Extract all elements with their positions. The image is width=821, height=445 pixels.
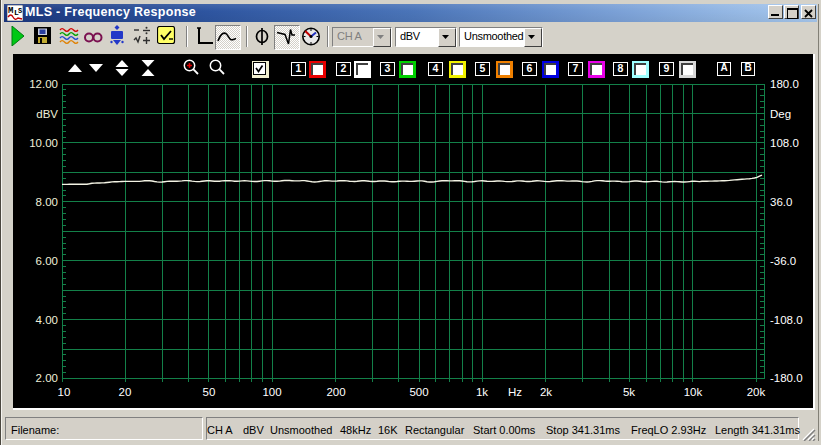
svg-text:dBV: dBV [36,108,58,120]
svg-text:20k: 20k [747,386,766,398]
svg-text:1k: 1k [476,386,488,398]
svg-text:-180.0: -180.0 [770,372,803,384]
svg-text:-108.0: -108.0 [770,314,803,326]
svg-text:2k: 2k [540,386,552,398]
svg-text:20: 20 [119,386,132,398]
svg-text:100: 100 [262,386,281,398]
svg-text:50: 50 [203,386,216,398]
svg-text:10.00: 10.00 [29,137,58,149]
svg-text:10k: 10k [684,386,703,398]
svg-text:108.0: 108.0 [770,137,799,149]
svg-text:Hz: Hz [508,386,522,398]
svg-text:-36.0: -36.0 [770,255,796,267]
svg-text:12.00: 12.00 [29,78,58,90]
svg-text:500: 500 [409,386,428,398]
svg-text:2.00: 2.00 [36,372,58,384]
svg-text:4.00: 4.00 [36,314,58,326]
svg-text:10: 10 [58,386,71,398]
svg-text:Deg: Deg [770,108,791,120]
svg-text:180.0: 180.0 [770,78,799,90]
svg-text:200: 200 [326,386,345,398]
svg-text:5k: 5k [623,386,635,398]
svg-text:S: S [18,7,22,15]
svg-text:6.00: 6.00 [36,255,58,267]
svg-text:8.00: 8.00 [36,196,58,208]
svg-text:36.0: 36.0 [770,196,792,208]
